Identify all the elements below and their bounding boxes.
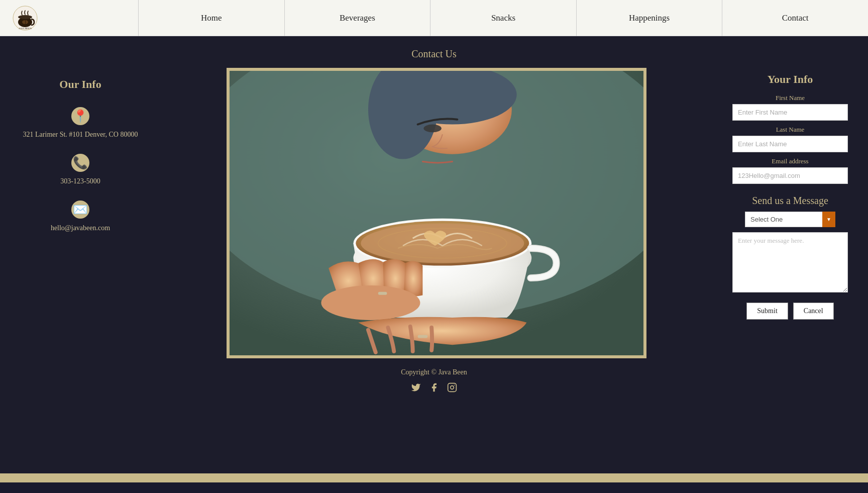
email-label: Email address [732,157,848,165]
svg-point-14 [361,224,524,263]
send-message-title: Send us a Message [732,195,848,207]
main-content: Contact Us Our Info 📍 321 Larimer St. #1… [0,36,868,473]
first-name-input[interactable] [732,104,848,121]
form-buttons: Submit Cancel [732,303,848,320]
logo-area: JAVA BEEN [0,5,138,31]
message-textarea[interactable] [732,232,848,292]
our-info-heading: Our Info [20,78,141,91]
first-name-label: First Name [732,94,848,102]
page-title: Contact Us [20,48,848,60]
svg-point-21 [454,385,455,386]
phone-text: 303-123-5000 [60,176,100,186]
nav-links: Home Beverages Snacks Happenings Contact [138,0,868,36]
cancel-button[interactable]: Cancel [793,303,834,320]
email-text: hello@javabeen.com [51,223,110,233]
nav-happenings[interactable]: Happenings [576,0,722,36]
address-text: 321 Larimer St. #101 Denver, CO 80000 [23,129,138,140]
svg-point-20 [451,386,454,389]
message-type-select[interactable]: Select One General Inquiry Feedback Even… [745,212,835,227]
instagram-icon[interactable] [447,382,457,395]
email-input[interactable] [732,167,848,184]
facebook-icon[interactable] [429,382,439,395]
bottom-strip [0,473,868,482]
navbar: JAVA BEEN Home Beverages Snacks Happenin… [0,0,868,36]
svg-rect-19 [448,383,457,392]
svg-point-2 [18,15,32,19]
nav-contact[interactable]: Contact [722,0,868,36]
address-block: 📍 321 Larimer St. #101 Denver, CO 80000 [20,107,141,140]
svg-point-16 [321,285,420,320]
your-info-section: Your Info First Name Last Name Email add… [732,68,848,320]
nav-snacks[interactable]: Snacks [430,0,576,36]
content-row: Our Info 📍 321 Larimer St. #101 Denver, … [20,68,848,358]
last-name-input[interactable] [732,136,848,152]
your-info-heading: Your Info [732,73,848,86]
copyright-text: Copyright © Java Been [20,368,848,376]
twitter-icon[interactable] [411,382,421,395]
svg-rect-18 [418,335,428,338]
coffee-image-frame [227,68,646,358]
logo-icon: JAVA BEEN [12,5,38,31]
phone-block: 📞 303-123-5000 [20,154,141,186]
social-icons [20,382,848,395]
submit-button[interactable]: Submit [746,303,788,320]
coffee-scene-svg [230,71,643,355]
nav-home[interactable]: Home [138,0,284,36]
svg-text:JAVA BEEN: JAVA BEEN [19,27,32,30]
phone-icon: 📞 [71,154,89,172]
our-info-section: Our Info 📍 321 Larimer St. #101 Denver, … [20,68,141,247]
email-block: ✉️ hello@javabeen.com [20,201,141,233]
email-icon: ✉️ [71,201,89,219]
svg-rect-17 [378,292,387,295]
svg-point-10 [423,125,441,133]
message-type-select-wrapper: Select One General Inquiry Feedback Even… [745,212,835,227]
location-icon: 📍 [71,107,89,125]
footer: Copyright © Java Been [20,358,848,402]
last-name-label: Last Name [732,126,848,134]
nav-beverages[interactable]: Beverages [284,0,430,36]
